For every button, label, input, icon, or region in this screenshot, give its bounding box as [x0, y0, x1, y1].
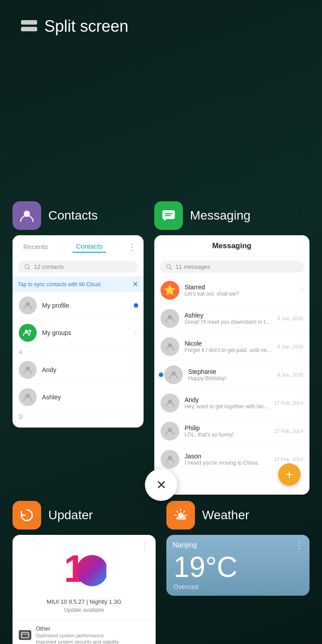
updater-app-icon[interactable] [13, 501, 41, 530]
profile-indicator [134, 303, 138, 308]
section-d-label: D [13, 411, 144, 421]
svg-point-5 [29, 330, 31, 332]
andy-msg-meta: 17 Feb, 2014 [274, 400, 303, 406]
messaging-app-name: Messaging [190, 208, 250, 223]
ashley-msg-content: Ashley Great! I'll meet you downstairs i… [185, 312, 272, 325]
groups-avatar [19, 324, 37, 342]
nicole-meta: 8 Jun, 2016 [278, 344, 304, 349]
tab-recents[interactable]: Recents [20, 241, 51, 252]
messaging-app-header: Messaging [154, 201, 309, 230]
weather-menu-icon[interactable]: ⋮ [295, 540, 303, 550]
philip-content: Philip LOL, that's so funny! [185, 424, 269, 438]
starred-avatar: ⭐ [161, 281, 179, 300]
my-profile-item[interactable]: My profile [13, 292, 144, 319]
contacts-section: Contacts Recents Contacts ⋮ 12 contacts … [13, 201, 144, 495]
header: Split screen [21, 17, 128, 36]
groups-chevron-icon: › [135, 329, 137, 337]
stephanie-date: 8 Jun, 2016 [278, 372, 304, 377]
updater-content: 1 MIUI 10 9.5.27 | Nightly 1.3G Update a… [13, 535, 156, 620]
stephanie-content: Stephanie Happy Birthday! [188, 368, 272, 381]
ashley-msg-name: Ashley [185, 312, 272, 319]
miui-logo: 1 [62, 548, 106, 593]
ashley-avatar [19, 388, 37, 406]
contacts-search-bar[interactable]: 12 contacts [18, 261, 138, 273]
updater-version: MIUI 10 9.5.27 | Nightly 1.3G [47, 598, 121, 605]
weather-app-name: Weather [202, 508, 249, 522]
contacts-app-name: Contacts [48, 208, 98, 223]
sync-banner: Tap to sync contacts with Mi Cloud. ✕ [13, 276, 144, 292]
stephanie-name: Stephanie [188, 368, 272, 375]
svg-point-11 [166, 264, 170, 268]
weather-temperature: 19°C [166, 553, 309, 581]
msg-search-placeholder: 11 messages [176, 263, 210, 270]
search-icon [24, 264, 30, 270]
weather-section: Weather Nanjing ⋮ 19°C Overcast [166, 501, 309, 644]
updater-footer: Other Optimized system performance Impro… [13, 620, 156, 644]
msg-search-icon [166, 264, 172, 270]
contacts-app-icon[interactable] [13, 201, 41, 230]
messaging-section: Messaging Messaging 11 messages ⭐ Starre… [154, 201, 309, 495]
ashley-msg-avatar [161, 309, 179, 328]
jason-date: 17 Feb, 2014 [274, 457, 303, 462]
svg-rect-21 [21, 632, 29, 638]
update-note2: Improved system security and stability [36, 639, 119, 644]
bottom-row: Updater ⋮ 1 [13, 501, 309, 644]
new-message-fab[interactable]: + [278, 463, 301, 486]
messaging-app-icon[interactable] [154, 201, 183, 230]
updater-section: Updater ⋮ 1 [13, 501, 156, 644]
contacts-search-placeholder: 12 contacts [34, 263, 64, 270]
contacts-app-header: Contacts [13, 201, 144, 230]
contact-ashley[interactable]: Ashley [13, 384, 144, 411]
philip-avatar [161, 422, 179, 441]
contact-andy[interactable]: Andy [13, 356, 144, 384]
sync-message: Tap to sync contacts with Mi Cloud. [18, 281, 102, 288]
nicole-avatar [161, 337, 179, 356]
weather-header: Nanjing ⋮ [166, 535, 309, 553]
philip-name: Philip [185, 424, 269, 432]
messaging-card: Messaging 11 messages ⭐ Starred Let's ea… [154, 235, 309, 495]
messaging-search-bar[interactable]: 11 messages [160, 261, 304, 273]
msg-ashley[interactable]: Ashley Great! I'll meet you downstairs i… [154, 305, 309, 333]
jason-avatar [161, 450, 179, 469]
tab-contacts[interactable]: Contacts [72, 241, 106, 253]
updater-card: ⋮ 1 [13, 535, 156, 644]
other-label: Other [36, 625, 119, 632]
nicole-preview: Forget it.I don't bl get paid. until ne.… [185, 347, 272, 353]
msg-nicole[interactable]: Nicole Forget it.I don't bl get paid. un… [154, 333, 309, 361]
msg-stephanie[interactable]: Stephanie Happy Birthday! 8 Jun, 2016 [154, 361, 309, 389]
contacts-menu-icon[interactable]: ⋮ [127, 242, 136, 252]
updater-menu-icon[interactable]: ⋮ [140, 541, 149, 552]
weather-city: Nanjing [173, 541, 197, 549]
msg-andy[interactable]: Andy Hey, want to get together with Nic.… [154, 389, 309, 417]
andy-msg-content: Andy Hey, want to get together with Nic.… [185, 396, 269, 410]
jason-content: Jason I heard you're moving to China. [185, 453, 269, 466]
contacts-tabs: Recents Contacts ⋮ [13, 235, 144, 258]
weather-app-icon[interactable] [166, 501, 195, 530]
svg-rect-8 [162, 210, 175, 219]
updater-app-header: Updater [13, 501, 156, 530]
andy-msg-date: 17 Feb, 2014 [274, 400, 303, 406]
nicole-date: 8 Jun, 2016 [278, 344, 304, 349]
msg-starred[interactable]: ⭐ Starred Let's eat out, shall we? › [154, 276, 309, 305]
nicole-name: Nicole [185, 340, 272, 347]
andy-msg-name: Andy [185, 396, 269, 403]
section-a-label: A [13, 347, 144, 356]
ashley-msg-meta: 8 Jun, 2016 [278, 316, 304, 321]
close-button[interactable]: ✕ [145, 469, 177, 501]
andy-msg-avatar [161, 394, 179, 412]
starred-name: Starred [185, 284, 296, 291]
sync-close-icon[interactable]: ✕ [132, 280, 138, 288]
my-groups-item[interactable]: My groups › [13, 319, 144, 347]
jason-preview: I heard you're moving to China. [185, 460, 269, 466]
updater-app-name: Updater [48, 508, 93, 522]
profile-avatar [19, 297, 37, 314]
andy-name: Andy [42, 366, 137, 373]
msg-philip[interactable]: Philip LOL, that's so funny! 17 Feb, 201… [154, 417, 309, 445]
jason-name: Jason [185, 453, 269, 460]
starred-preview: Let's eat out, shall we? [185, 291, 296, 297]
svg-point-1 [25, 264, 29, 268]
updater-status: Update available [64, 607, 104, 613]
weather-condition: Overcast [166, 581, 309, 596]
svg-point-20 [76, 555, 106, 586]
cards-grid: Contacts Recents Contacts ⋮ 12 contacts … [13, 201, 309, 495]
